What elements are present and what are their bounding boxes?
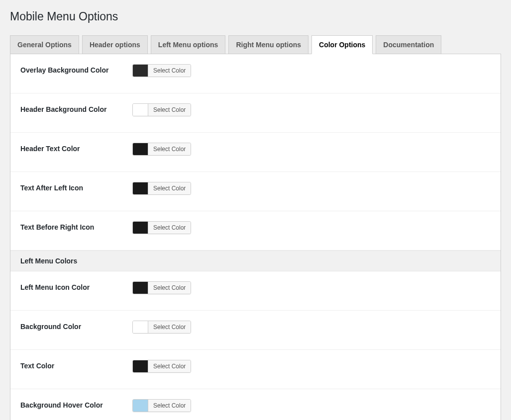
- color-picker[interactable]: Select Color: [132, 143, 191, 156]
- color-picker[interactable]: Select Color: [132, 103, 191, 116]
- field-label: Text After Left Icon: [20, 182, 132, 192]
- color-picker[interactable]: Select Color: [132, 399, 191, 412]
- color-swatch[interactable]: [133, 400, 148, 412]
- select-color-button[interactable]: Select Color: [148, 222, 191, 234]
- field-label: Overlay Background Color: [20, 64, 132, 74]
- field-label: Text Color: [20, 360, 132, 370]
- field-overlay-bg-color: Overlay Background Color Select Color: [10, 54, 501, 93]
- select-color-button[interactable]: Select Color: [148, 282, 191, 294]
- tab-header-options[interactable]: Header options: [82, 35, 148, 54]
- field-header-bg-color: Header Background Color Select Color: [10, 93, 501, 133]
- page-title: Mobile Menu Options: [10, 5, 501, 26]
- field-left-menu-text-color: Text Color Select Color: [10, 350, 501, 389]
- field-label: Header Text Color: [20, 143, 132, 153]
- select-color-button[interactable]: Select Color: [148, 143, 191, 155]
- select-color-button[interactable]: Select Color: [148, 104, 191, 116]
- color-swatch[interactable]: [133, 182, 148, 194]
- color-picker[interactable]: Select Color: [132, 221, 191, 234]
- color-picker[interactable]: Select Color: [132, 360, 191, 373]
- select-color-button[interactable]: Select Color: [148, 182, 191, 194]
- field-label: Background Color: [20, 321, 132, 331]
- select-color-button[interactable]: Select Color: [148, 400, 191, 412]
- color-swatch[interactable]: [133, 282, 148, 294]
- select-color-button[interactable]: Select Color: [148, 65, 191, 77]
- tabs: General Options Header options Left Menu…: [10, 35, 501, 54]
- settings-panel: Overlay Background Color Select Color He…: [10, 54, 501, 420]
- color-swatch[interactable]: [133, 104, 148, 116]
- tab-right-menu-options[interactable]: Right Menu options: [228, 35, 308, 54]
- select-color-button[interactable]: Select Color: [148, 321, 191, 333]
- color-swatch[interactable]: [133, 360, 148, 372]
- field-text-before-right-icon: Text Before Right Icon Select Color: [10, 211, 501, 251]
- color-swatch[interactable]: [133, 65, 148, 77]
- color-picker[interactable]: Select Color: [132, 182, 191, 195]
- field-label: Text Before Right Icon: [20, 221, 132, 231]
- section-heading-left-menu-colors: Left Menu Colors: [10, 251, 501, 271]
- field-label: Left Menu Icon Color: [20, 281, 132, 291]
- color-swatch[interactable]: [133, 321, 148, 333]
- tab-general-options[interactable]: General Options: [10, 35, 79, 54]
- field-label: Header Background Color: [20, 103, 132, 113]
- color-picker[interactable]: Select Color: [132, 281, 191, 294]
- color-swatch[interactable]: [133, 222, 148, 234]
- select-color-button[interactable]: Select Color: [148, 360, 191, 372]
- tab-color-options[interactable]: Color Options: [311, 35, 373, 54]
- color-picker[interactable]: Select Color: [132, 321, 191, 334]
- field-label: Background Hover Color: [20, 399, 132, 409]
- field-header-text-color: Header Text Color Select Color: [10, 133, 501, 172]
- color-swatch[interactable]: [133, 143, 148, 155]
- field-left-menu-bg-color: Background Color Select Color: [10, 311, 501, 350]
- field-left-menu-bg-hover-color: Background Hover Color Select Color: [10, 389, 501, 420]
- tab-documentation[interactable]: Documentation: [376, 35, 441, 54]
- tab-left-menu-options[interactable]: Left Menu options: [151, 35, 226, 54]
- color-picker[interactable]: Select Color: [132, 64, 191, 77]
- field-left-menu-icon-color: Left Menu Icon Color Select Color: [10, 271, 501, 311]
- field-text-after-left-icon: Text After Left Icon Select Color: [10, 172, 501, 211]
